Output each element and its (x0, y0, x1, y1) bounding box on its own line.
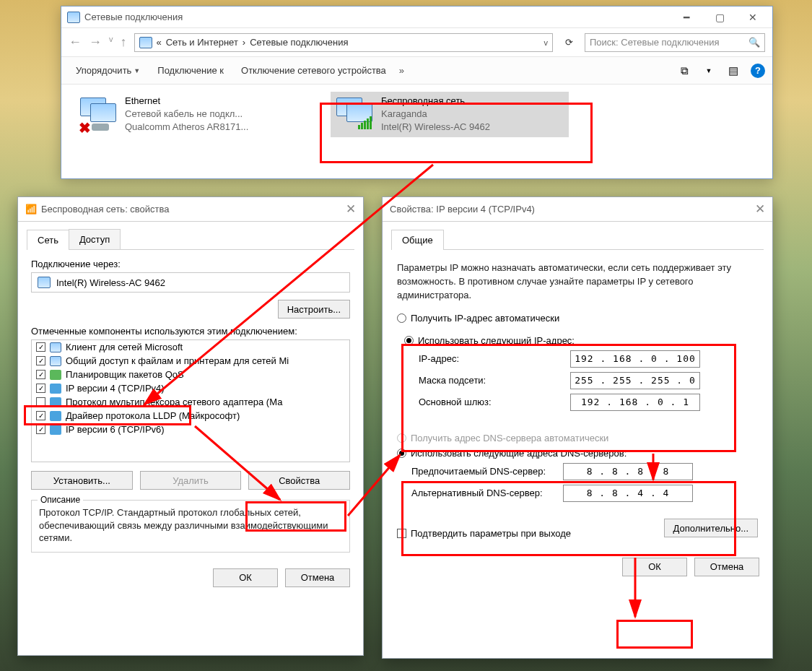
dropdown-caret-icon[interactable]: v (544, 38, 549, 47)
checkbox[interactable] (36, 342, 45, 352)
dialog-footer: ОК Отмена (18, 561, 363, 599)
tab-panel: Параметры IP можно назначать автоматичес… (383, 250, 772, 550)
view-icon-2[interactable]: ▤ (726, 64, 741, 78)
checkbox[interactable] (36, 356, 45, 365)
disable-device-button[interactable]: Отключение сетевого устройства (234, 62, 393, 79)
tab-sharing[interactable]: Доступ (69, 229, 121, 249)
configure-button[interactable]: Настроить... (278, 300, 350, 319)
chevron-right-icon: › (243, 37, 245, 48)
recent-caret-icon[interactable]: v (109, 35, 113, 50)
minimize-button[interactable]: ━ (670, 7, 703, 28)
install-button[interactable]: Установить... (31, 471, 133, 490)
list-item: IP версии 6 (TCP/IPv6) (32, 423, 349, 436)
dialog-footer: ОК Отмена (383, 550, 772, 588)
up-icon[interactable]: ↑ (121, 35, 127, 50)
help-icon[interactable]: ? (751, 64, 765, 78)
wifi-icon (336, 95, 374, 132)
nav-arrows: ← → v ↑ (69, 35, 127, 50)
ipv4-icon (50, 384, 61, 394)
adapter-name: Intel(R) Wireless-AC 9462 (56, 277, 165, 288)
close-icon[interactable]: ✕ (755, 202, 765, 217)
close-icon[interactable]: ✕ (346, 202, 356, 217)
title-bar[interactable]: Сетевые подключения ━ ▢ ✕ (61, 7, 772, 28)
lldp-icon (50, 411, 61, 421)
dialog-title: Свойства: IP версии 4 (TCP/IPv4) (390, 204, 535, 215)
close-button[interactable]: ✕ (736, 7, 769, 28)
radio-static-dns[interactable]: Использовать следующие адреса DNS-сервер… (397, 448, 758, 459)
connect-to-button[interactable]: Подключение к (150, 62, 231, 79)
item-device: Qualcomm Atheros AR8171... (125, 121, 248, 134)
sharing-icon (50, 356, 61, 366)
radio-icon (397, 449, 406, 458)
nav-bar: ← → v ↑ « Сеть и Интернет › Сетевые подк… (61, 28, 772, 57)
components-label: Отмеченные компоненты используются этим … (31, 326, 350, 337)
tab-network[interactable]: Сеть (27, 230, 69, 250)
view-buttons: ⧉ ▼ ▤ ? (677, 64, 765, 78)
wifi-small-icon: 📶 (25, 204, 37, 215)
overflow-chevron-icon[interactable]: » (396, 65, 407, 76)
confirm-checkbox-row[interactable]: Подтвердить параметры при выходе (397, 528, 571, 539)
checkbox[interactable] (36, 397, 45, 407)
checkbox[interactable] (397, 529, 406, 538)
dialog-title-bar[interactable]: Свойства: IP версии 4 (TCP/IPv4) ✕ (383, 197, 772, 222)
mask-input[interactable]: 255 . 255 . 255 . 0 (570, 372, 700, 389)
radio-auto-ip[interactable]: Получить IP-адрес автоматически (397, 313, 758, 324)
checkbox[interactable] (36, 411, 45, 420)
chevron-down-icon[interactable]: ▼ (702, 64, 716, 78)
tab-strip: Общие (391, 229, 764, 250)
view-icon-1[interactable]: ⧉ (677, 64, 691, 78)
ip-input[interactable]: 192 . 168 . 0 . 100 (570, 350, 700, 368)
components-list[interactable]: Клиент для сетей Microsoft Общий доступ … (31, 339, 350, 462)
back-icon[interactable]: ← (69, 35, 82, 50)
radio-static-ip[interactable]: Использовать следующий IP-адрес: (404, 335, 751, 346)
dialog-title-bar[interactable]: 📶 Беспроводная сеть: свойства ✕ (18, 197, 363, 222)
dns1-label: Предпочитаемый DNS-сервер: (411, 466, 563, 477)
gateway-input[interactable]: 192 . 168 . 0 . 1 (570, 394, 700, 411)
network-item-ethernet[interactable]: ✖ Ethernet Сетевой кабель не подкл... Qu… (74, 92, 313, 137)
refresh-icon[interactable]: ⟳ (560, 37, 577, 48)
list-item: Протокол мультиплексора сетевого адаптер… (32, 395, 349, 409)
ip-label: IP-адрес: (419, 353, 570, 364)
remove-button[interactable]: Удалить (140, 471, 242, 490)
address-bar[interactable]: « Сеть и Интернет › Сетевые подключения … (134, 33, 554, 52)
checkbox[interactable] (36, 425, 45, 434)
radio-auto-dns: Получить адрес DNS-сервера автоматически (397, 433, 758, 443)
item-status: Karaganda (381, 108, 490, 121)
ok-button[interactable]: ОК (622, 558, 687, 576)
ok-button[interactable]: ОК (213, 568, 278, 587)
items-area: ✖ Ethernet Сетевой кабель не подкл... Qu… (61, 85, 772, 144)
cancel-button[interactable]: Отмена (285, 568, 350, 587)
forward-icon[interactable]: → (89, 35, 102, 50)
organize-button[interactable]: Упорядочить ▼ (69, 62, 147, 79)
list-item: Клиент для сетей Microsoft (32, 340, 349, 354)
qos-icon (50, 370, 61, 380)
radio-icon (404, 336, 414, 345)
tab-strip: Сеть Доступ (27, 229, 354, 250)
search-input[interactable]: Поиск: Сетевые подключения 🔍 (585, 33, 765, 52)
checkbox[interactable] (36, 370, 45, 379)
dns2-input[interactable]: 8 . 8 . 4 . 4 (563, 485, 693, 502)
ipv4-properties-dialog: Свойства: IP версии 4 (TCP/IPv4) ✕ Общие… (382, 196, 773, 659)
dns1-input[interactable]: 8 . 8 . 8 . 8 (563, 463, 693, 480)
adapter-icon (38, 277, 51, 288)
search-icon: 🔍 (748, 37, 760, 48)
list-item: Общий доступ к файлам и принтерам для се… (32, 354, 349, 368)
radio-icon (397, 313, 406, 323)
advanced-button[interactable]: Дополнительно... (664, 519, 758, 537)
connection-via-label: Подключение через: (31, 259, 350, 269)
adapter-field: Intel(R) Wireless-AC 9462 (31, 272, 350, 293)
breadcrumb-crumb[interactable]: Сеть и Интернет (166, 37, 238, 48)
item-name: Ethernet (125, 95, 248, 108)
intro-text: Параметры IP можно назначать автоматичес… (397, 261, 758, 303)
network-item-wifi[interactable]: Беспроводная сеть Karaganda Intel(R) Wir… (331, 92, 569, 137)
checkbox[interactable] (36, 384, 45, 393)
network-icon (67, 12, 80, 23)
breadcrumb-crumb[interactable]: Сетевые подключения (250, 37, 348, 48)
item-status: Сетевой кабель не подкл... (125, 108, 248, 121)
ethernet-icon: ✖ (80, 95, 118, 132)
cancel-button[interactable]: Отмена (694, 558, 759, 576)
tab-general[interactable]: Общие (391, 230, 444, 250)
properties-button[interactable]: Свойства (248, 471, 350, 490)
maximize-button[interactable]: ▢ (703, 7, 736, 28)
chevron-down-icon: ▼ (134, 67, 140, 74)
